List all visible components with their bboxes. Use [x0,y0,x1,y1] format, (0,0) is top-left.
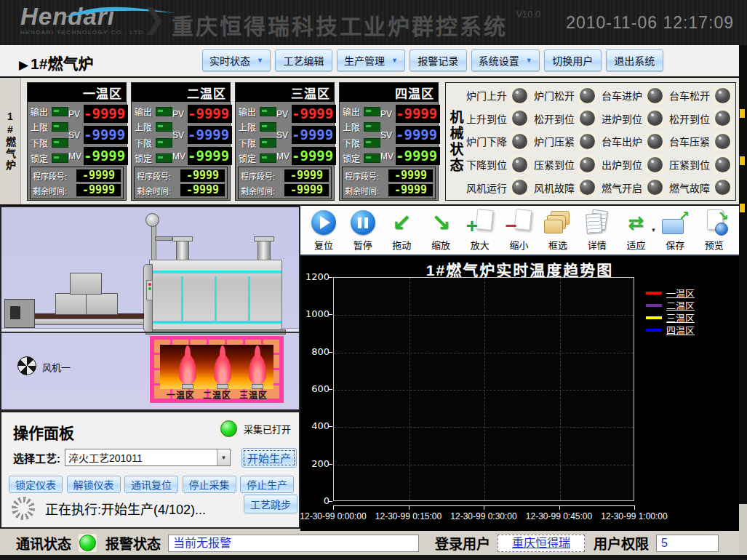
nav-button-switch-user[interactable]: 切换用户 [544,49,602,71]
zone-indicator-led-icon [260,138,276,148]
mech-status-lamp-icon [512,88,527,103]
mech-status-item: 风机故障 [532,178,600,196]
toolbar-button-box-select[interactable]: 框选 [539,208,577,255]
nav-button-realtime-status[interactable]: 实时状态▼ [202,49,271,71]
nav-bar: ▶1#燃气炉 实时状态▼工艺编辑生产管理▼报警记录系统设置▼切换用户退出系统 [0,45,747,78]
fan-label: 风机一 [42,360,71,374]
mech-lamp-plate [511,178,529,196]
furnace-side-tab[interactable]: 1#燃气炉 [0,78,21,204]
mech-lamp-plate [578,132,596,151]
zone-value-row: MV-9999 [68,147,128,165]
zone-program-label: 程序段号: [33,170,76,182]
chevron-down-icon: ▼ [221,455,227,461]
toolbar-button-save[interactable]: ↗保存 [656,208,694,255]
mech-status-label: 炉门松开 [534,88,575,103]
mech-status-label: 松开到位 [534,111,575,126]
mech-status-lamp-icon [647,157,663,172]
nav-button-exit-system[interactable]: 退出系统 [606,49,663,71]
zone-value-label: MV [276,151,292,161]
nav-button-production-manage[interactable]: 生产管理▼ [337,49,405,71]
furnace-chimney-cap [254,236,274,241]
zone-indicator-label: 输出 [343,105,362,118]
zone-indicator-label: 下限 [31,137,50,149]
zone-program-label: 剩余时间: [241,185,284,196]
mech-status-lamp-icon [647,111,663,126]
zone-indicator-row: 锁定 [239,151,276,165]
toolbar-button-label: 框选 [548,238,567,252]
toolbar-button-label: 放大 [471,238,490,252]
app-version: V10.0 [516,9,540,20]
op-button[interactable]: 锁定仪表 [9,476,63,493]
zone-indicator-row: 输出 [343,105,380,119]
mech-status-item: 风机运行 [465,178,532,196]
zone-panel: 二温区输出上限下限锁定PV-9999SV-9999MV-9999程序段号:-99… [131,82,231,201]
nav-button-alarm-record[interactable]: 报警记录 [410,49,467,71]
h-gridline [334,427,634,428]
toolbar-button-fit[interactable]: ⇄▼适应 [618,208,655,255]
op-button[interactable]: 通讯复位 [124,476,178,493]
zone-value-row: PV-9999 [380,105,440,123]
zone-value-label: PV [68,109,84,119]
zone-value-label: MV [68,151,84,161]
h-gridline [334,465,634,465]
start-production-button[interactable]: 开始生产 [241,448,297,468]
zone-panel-title: 四温区 [340,83,438,102]
toolbar-button-zoom[interactable]: ↘缩放 [422,208,460,255]
save-icon: ↗ [660,208,690,237]
zone-panel-body: 输出上限下限锁定PV-9999SV-9999MV-9999 [132,102,230,167]
process-combobox-input[interactable] [65,449,217,465]
process-skip-button[interactable]: 工艺跳步 [244,495,297,513]
zone-indicator-led-icon [260,122,276,132]
mech-lamp-plate [511,109,529,127]
zone-indicator-label: 上限 [343,121,362,133]
zone-indicator-label: 锁定 [135,152,154,164]
zone-indicator-led-icon [156,107,172,116]
y-tick-mark [329,389,332,390]
op-button[interactable]: 停止生产 [240,476,294,493]
zone-indicator-row: 下限 [135,136,172,150]
toolbar-button-pause[interactable]: 暂停 [344,208,382,255]
y-tick-label: 200 [300,458,329,469]
play-triangle-icon: ▶ [19,58,28,72]
zone-value-column: PV-9999SV-9999MV-9999 [172,105,232,165]
page-title-text: 1#燃气炉 [31,55,93,72]
operation-buttons: 锁定仪表解锁仪表通讯复位停止采集停止生产 [9,476,294,493]
furnace-panel-divider [181,276,183,321]
y-tick-mark [329,426,332,427]
toolbar-button-reset[interactable]: 复位 [305,208,343,255]
zone-value-display: -9999 [188,126,232,144]
zoom-out-icon: − [504,208,533,237]
zone-indicator-label: 锁定 [31,152,50,164]
op-button[interactable]: 解锁仪表 [67,476,121,493]
x-tick-label: 12-30-99 0:15:00 [375,511,442,521]
trolley-platform [22,319,144,325]
app-window: Hendari HENDARI TECHNOLOGY CO., LTD. ❯ 重… [0,0,747,560]
login-user-field[interactable]: 重庆恒得瑞 [498,535,585,552]
mech-status-lamp-icon [715,134,730,149]
furnace-body [149,260,282,332]
zone-indicator-led-icon [52,153,68,163]
nav-buttons: 实时状态▼工艺编辑生产管理▼报警记录系统设置▼切换用户退出系统 [202,49,663,71]
toolbar-button-detail[interactable]: 详情 [578,208,616,255]
process-combobox[interactable]: ▼ [65,449,231,466]
zone-indicator-row: 上限 [31,120,68,134]
zone-program-value: -9999 [180,169,225,182]
zone-value-row: MV-9999 [276,147,336,165]
process-select-row: 选择工艺: ▼ [13,449,231,466]
zone-program-label: 剩余时间: [33,185,76,196]
toolbar-button-preview[interactable]: ↘预览 [695,208,733,255]
zone-value-display: -9999 [84,105,128,123]
zone-program-row: 程序段号:-9999 [345,169,433,182]
mech-lamp-plate [646,156,664,174]
toolbar-button-zoom-in[interactable]: +放大 [461,208,499,255]
nav-button-system-settings[interactable]: 系统设置▼ [471,49,540,71]
mech-status-item: 炉门下降 [465,132,532,151]
x-tick-label: 12-30-99 0:00:00 [300,511,366,521]
toolbar-button-zoom-out[interactable]: −缩小 [500,208,538,255]
datetime-display: 2010-11-06 12:17:09 [566,13,734,33]
op-button[interactable]: 停止采集 [183,476,236,493]
combobox-dropdown-button[interactable]: ▼ [217,449,230,465]
nav-button-process-edit[interactable]: 工艺编辑 [275,49,332,71]
mech-status-label: 台车压紧 [669,134,710,148]
toolbar-button-drag[interactable]: ↙拖动 [383,208,420,255]
